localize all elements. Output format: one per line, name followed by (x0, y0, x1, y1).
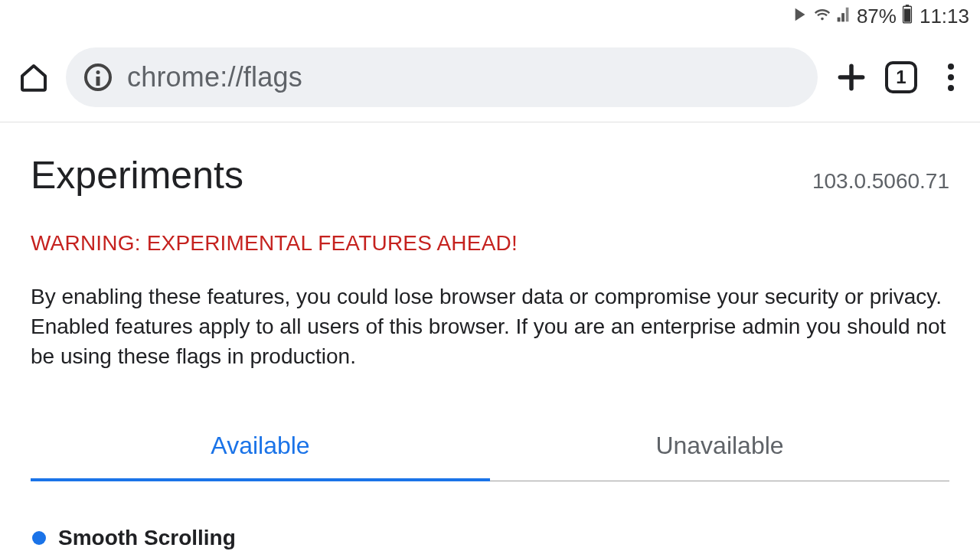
omnibox[interactable]: chrome://flags (66, 47, 818, 107)
tabs-row: Available Unavailable (31, 418, 949, 481)
tab-available[interactable]: Available (31, 418, 490, 481)
new-tab-button[interactable] (835, 60, 868, 94)
version-text: 103.0.5060.71 (812, 169, 949, 194)
battery-icon (901, 4, 913, 29)
svg-rect-1 (906, 5, 909, 6)
clock: 11:13 (920, 5, 969, 28)
flag-title: Smooth Scrolling (58, 526, 236, 550)
dot-icon (948, 74, 954, 80)
dot-icon (948, 64, 954, 70)
signal-icon (835, 5, 852, 28)
dot-icon (948, 85, 954, 91)
tab-unavailable[interactable]: Unavailable (490, 418, 949, 481)
browser-toolbar: chrome://flags 1 (0, 32, 980, 122)
play-store-icon (792, 5, 809, 28)
tab-count: 1 (896, 67, 906, 88)
url-text: chrome://flags (127, 61, 302, 93)
page-content: Experiments 103.0.5060.71 WARNING: EXPER… (0, 122, 980, 550)
flag-status-dot-icon (32, 531, 46, 545)
overflow-menu-button[interactable] (934, 64, 968, 91)
battery-percent: 87% (857, 5, 897, 28)
page-title: Experiments (31, 153, 243, 197)
site-info-icon[interactable] (84, 64, 112, 91)
wifi-icon (814, 5, 831, 28)
svg-rect-2 (904, 8, 910, 21)
tab-switcher-button[interactable]: 1 (885, 61, 917, 93)
home-button[interactable] (18, 62, 49, 93)
warning-text: WARNING: EXPERIMENTAL FEATURES AHEAD! (31, 231, 949, 256)
status-bar: 87% 11:13 (0, 0, 980, 32)
header-row: Experiments 103.0.5060.71 (31, 153, 949, 197)
description-text: By enabling these features, you could lo… (31, 282, 949, 372)
flag-item[interactable]: Smooth Scrolling (31, 526, 949, 550)
